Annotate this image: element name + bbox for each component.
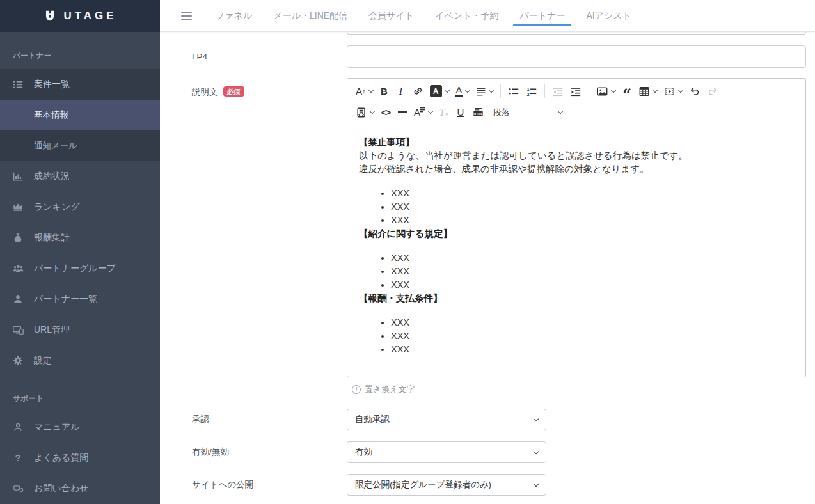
- tab-event-booking[interactable]: イベント・予約: [435, 0, 498, 32]
- template-button[interactable]: [352, 102, 377, 123]
- align-button[interactable]: [473, 81, 496, 102]
- sidebar-item-faq[interactable]: ? よくある質問: [0, 443, 160, 473]
- chevron-down-icon: [465, 88, 470, 93]
- image-button[interactable]: [593, 81, 619, 102]
- chevron-down-icon: [534, 448, 539, 453]
- chevron-down-icon: [558, 109, 563, 114]
- sidebar-item-basic-info[interactable]: 基本情報: [0, 100, 160, 130]
- chevron-down-icon: [444, 88, 449, 93]
- site-publish-select[interactable]: 限定公開(指定グループ登録者のみ): [347, 474, 546, 496]
- outdent-button[interactable]: [549, 81, 567, 102]
- logo[interactable]: UTAGE: [0, 0, 160, 32]
- sidebar-item-label: 設定: [34, 355, 52, 366]
- sidebar-item-ranking[interactable]: ランキング: [0, 192, 160, 223]
- sidebar-item-partner-group[interactable]: パートナーグループ: [0, 253, 160, 284]
- sidebar-item-label: お問い合わせ: [34, 483, 88, 494]
- rich-text-editor: A↕ B I A A 12: [347, 78, 806, 377]
- sidebar-item-url-management[interactable]: URL管理: [0, 315, 160, 345]
- quote-icon: “: [622, 85, 631, 98]
- editor-bullet-list: XXX XXX XXX: [359, 187, 794, 227]
- font-family-button[interactable]: A: [411, 102, 436, 123]
- approval-select[interactable]: 自動承認: [347, 409, 546, 430]
- sidebar-item-settings[interactable]: 設定: [0, 345, 160, 376]
- sidebar-item-contact[interactable]: お問い合わせ: [0, 473, 160, 504]
- editor-bullet-list: XXX XXX XXX: [359, 316, 794, 356]
- sidebar-item-label: パートナー一覧: [34, 294, 97, 305]
- sidebar-item-notification-mail[interactable]: 通知メール: [0, 130, 160, 161]
- sidebar-item-partner-list[interactable]: パートナー一覧: [0, 284, 160, 315]
- list-item: XXX: [391, 278, 794, 292]
- chevron-down-icon: [368, 88, 373, 93]
- link-button[interactable]: [409, 81, 427, 102]
- indent-button[interactable]: [567, 81, 585, 102]
- font-size-button[interactable]: A↕: [352, 81, 376, 102]
- tab-mail-line[interactable]: メール・LINE配信: [273, 0, 347, 32]
- svg-text:HTML: HTML: [474, 111, 483, 115]
- sidebar-item-reward-summary[interactable]: 報酬集計: [0, 223, 160, 253]
- sidebar-item-contract-status[interactable]: 成約状況: [0, 161, 160, 192]
- text-color-button[interactable]: A: [452, 81, 473, 102]
- list-item: XXX: [391, 214, 794, 227]
- numbered-list-button[interactable]: 12: [523, 81, 541, 102]
- sidebar-item-label: マニュアル: [34, 421, 80, 433]
- cutoff-input-above[interactable]: [347, 32, 806, 35]
- editor-heading: 【報酬・支払条件】: [359, 292, 794, 305]
- hamburger-menu-icon[interactable]: [181, 12, 192, 20]
- lp4-input[interactable]: [347, 45, 806, 68]
- paragraph-select-value: 段落: [493, 107, 510, 118]
- site-publish-select-value: 限定公開(指定グループ登録者のみ): [355, 479, 491, 491]
- clear-format-button[interactable]: T×: [436, 102, 452, 123]
- toolbar-separator: [500, 84, 501, 98]
- media-button[interactable]: [660, 81, 686, 102]
- svg-text:?: ?: [15, 453, 21, 463]
- gear-icon: [10, 355, 26, 366]
- svg-text:1: 1: [527, 86, 530, 91]
- underline-button[interactable]: U: [452, 102, 469, 123]
- undo-button[interactable]: [686, 81, 704, 102]
- tab-partner[interactable]: パートナー: [519, 0, 565, 32]
- chevron-down-icon: [489, 88, 494, 93]
- bold-button[interactable]: B: [376, 81, 393, 102]
- list-item: XXX: [391, 200, 794, 214]
- italic-button[interactable]: I: [393, 81, 409, 102]
- utage-logo-icon: [43, 9, 57, 23]
- sidebar-item-label: よくある質問: [34, 452, 88, 464]
- sidebar-item-label: 案件一覧: [34, 79, 70, 90]
- table-button[interactable]: [635, 81, 660, 102]
- enabled-select[interactable]: 有効: [347, 441, 546, 463]
- tab-ai-assist[interactable]: AIアシスト: [586, 0, 631, 32]
- background-color-button[interactable]: A: [427, 81, 452, 102]
- paragraph-format-select[interactable]: 段落: [490, 102, 566, 123]
- user-icon: [10, 294, 26, 305]
- editor-heading: 【禁止事項】: [359, 136, 794, 149]
- chevron-down-icon: [534, 481, 539, 486]
- crown-icon: [10, 201, 26, 213]
- users-icon: [10, 263, 26, 274]
- editor-paragraph: 以下のような、当社が運営または認可していると誤認させる行為は禁止です。: [359, 149, 794, 162]
- sidebar-item-manual[interactable]: マニュアル: [0, 412, 160, 443]
- list-item: XXX: [391, 187, 794, 200]
- editor-bullet-list: XXX XXX XXX: [359, 251, 794, 292]
- replacement-text-note[interactable]: i 置き換え文字: [347, 384, 806, 395]
- list-item: XXX: [391, 251, 794, 265]
- html-source-button[interactable]: HTML: [469, 102, 487, 123]
- tab-funnel[interactable]: ファネル: [216, 0, 252, 32]
- info-icon: i: [352, 385, 361, 394]
- horizontal-rule-button[interactable]: [394, 102, 411, 123]
- tab-member-site[interactable]: 会員サイト: [368, 0, 414, 32]
- sidebar-item-case-list[interactable]: 案件一覧: [0, 69, 160, 100]
- code-button[interactable]: <>: [377, 102, 394, 123]
- bullet-list-button[interactable]: [505, 81, 523, 102]
- sidebar: UTAGE パートナー 案件一覧 基本情報 通知メール 成約状況 ランキング: [0, 0, 160, 504]
- sidebar-item-label: 報酬集計: [34, 232, 70, 244]
- devices-icon: [10, 324, 26, 336]
- sidebar-section-partner: パートナー: [0, 32, 160, 69]
- editor-toolbar: A↕ B I A A 12: [347, 79, 805, 125]
- sidebar-item-label: パートナーグループ: [34, 263, 116, 274]
- redo-button[interactable]: [704, 81, 722, 102]
- list-item: XXX: [391, 316, 794, 329]
- form-content: LP4 説明文 必須 A↕ B I: [160, 32, 815, 504]
- sidebar-item-label: 通知メール: [34, 140, 77, 152]
- blockquote-button[interactable]: “: [619, 81, 635, 102]
- editor-content[interactable]: 【禁止事項】 以下のような、当社が運営または認可していると誤認させる行為は禁止で…: [347, 125, 805, 377]
